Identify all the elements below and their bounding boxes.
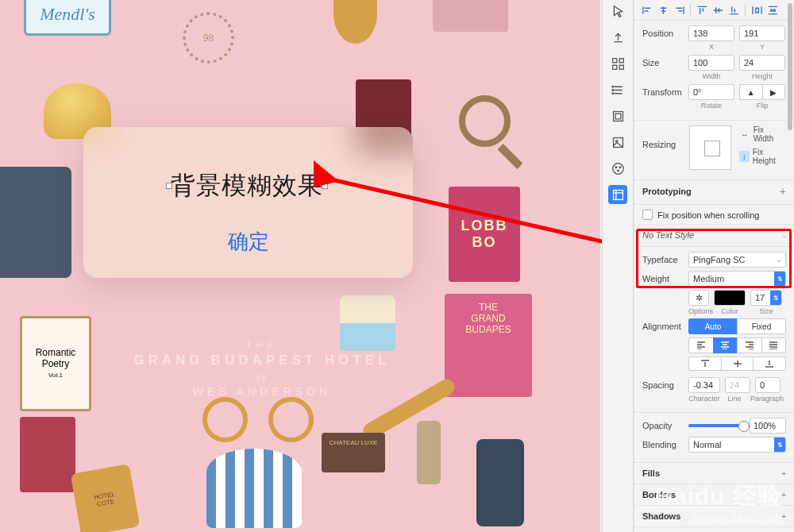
typeface-value: PingFang SC [693, 255, 745, 264]
valign-bottom-button[interactable] [753, 357, 786, 371]
shadows-section-header[interactable]: Shadows+ [634, 506, 794, 527]
dialog-title-text[interactable]: 背景模糊效果 [171, 172, 323, 199]
selection-handle-right[interactable] [322, 183, 328, 189]
character-sublabel: Character [688, 395, 720, 403]
dialog-confirm-button[interactable]: 确定 [83, 228, 413, 256]
flip-horizontal-button[interactable]: ▲ [739, 84, 762, 100]
distribute-h-icon[interactable] [750, 5, 763, 16]
borders-title: Borders [642, 490, 676, 499]
align-vcenter-icon[interactable] [711, 5, 724, 16]
stepper-icon: ⇅ [774, 272, 785, 286]
fix-position-checkbox[interactable] [642, 210, 653, 220]
grand-line3: BUDAPES [445, 324, 532, 335]
image-tab-icon[interactable] [608, 133, 627, 152]
fix-height-label[interactable]: Fix Height [753, 148, 786, 165]
chevron-down-icon: ⌵ [777, 256, 781, 264]
export-tab-icon[interactable] [608, 28, 627, 47]
fills-section-header[interactable]: Fills+ [634, 463, 794, 484]
palette-tab-icon[interactable] [608, 159, 627, 178]
height-input[interactable]: 24 [739, 55, 785, 71]
prototyping-title: Prototyping [642, 187, 692, 196]
typeface-label: Typeface [642, 255, 684, 264]
text-align-center-button[interactable] [713, 337, 738, 353]
blending-select[interactable]: Normal⇅ [688, 437, 786, 453]
line-spacing-input[interactable]: 24 [725, 377, 750, 393]
list-tab-icon[interactable] [608, 80, 627, 99]
text-style-row[interactable]: No Text Style ⌵ [634, 226, 794, 247]
arch-line4: WES ANDERSON [119, 385, 405, 398]
borders-section-header[interactable]: Borders+ [634, 484, 794, 506]
text-style-label: No Text Style [642, 230, 694, 240]
striped-awning-icon [206, 449, 302, 528]
svg-point-7 [611, 92, 613, 94]
blur-dialog[interactable]: 背景模糊效果 确定 [83, 127, 413, 278]
opacity-input[interactable]: 100% [750, 418, 786, 434]
romantic-poetry-book: Romantic Poetry Vol.1 [20, 316, 91, 411]
position-x-input[interactable]: 138 [688, 25, 734, 41]
design-canvas[interactable]: Mendl's PANACHE 98 LOBB BO THE GRAND BUD… [0, 0, 600, 532]
align-hcenter-icon[interactable] [657, 5, 669, 16]
text-color-swatch[interactable] [714, 290, 746, 306]
rotate-sublabel: Rotate [688, 102, 734, 110]
character-spacing-input[interactable]: -0.34 [688, 377, 720, 393]
align-top-icon[interactable] [696, 5, 708, 16]
resizing-constraint-box[interactable] [689, 125, 731, 170]
typeface-select[interactable]: PingFang SC⌵ [688, 252, 786, 268]
red-book-icon [20, 417, 75, 492]
flip-vertical-button[interactable]: ▶ [762, 84, 786, 100]
svg-rect-16 [613, 190, 622, 199]
svg-rect-1 [612, 58, 616, 62]
grand-budapest-book: THE GRAND BUDAPES [445, 294, 532, 397]
width-input[interactable]: 100 [688, 55, 734, 71]
typography-section: Typeface PingFang SC⌵ Weight Medium⇅ ✲ 1… [634, 247, 794, 413]
poetry-line2: Poetry [42, 359, 70, 369]
transform-label: Transform [642, 87, 684, 97]
frame-tab-icon[interactable] [608, 106, 627, 125]
fix-width-label[interactable]: Fix Width [754, 125, 786, 143]
components-tab-icon[interactable] [608, 54, 627, 73]
distribute-v-icon[interactable] [766, 5, 779, 16]
valign-top-button[interactable] [688, 357, 721, 371]
height-sublabel: Height [739, 72, 785, 80]
svg-point-5 [611, 86, 613, 87]
inner-shadows-section-header[interactable]: Inner Shadows+ [634, 527, 794, 532]
text-align-left-button[interactable] [688, 337, 713, 353]
prototyping-section-header[interactable]: Prototyping + [634, 180, 794, 205]
align-right-icon[interactable] [673, 5, 685, 16]
gear-icon: ✲ [696, 293, 703, 303]
chateau-label: CHATEAU LUXE [322, 433, 385, 472]
svg-point-6 [611, 89, 613, 91]
inspector-tab-icon[interactable] [608, 185, 627, 204]
svg-rect-4 [619, 65, 623, 69]
medal-badge: 98 [183, 12, 234, 64]
rotate-input[interactable]: 0° [688, 84, 734, 100]
fix-width-icon: ↔ [739, 129, 750, 140]
valign-middle-button[interactable] [721, 357, 754, 371]
crossed-keys-icon [210, 397, 306, 453]
alignment-fixed-button[interactable]: Fixed [737, 318, 786, 334]
text-align-right-button[interactable] [737, 337, 761, 353]
weight-select[interactable]: Medium⇅ [688, 271, 786, 287]
paragraph-sublabel: Paragraph [749, 395, 785, 403]
font-size-input[interactable]: 17⇅ [750, 290, 782, 306]
dialog-title-selection[interactable]: 背景模糊效果 [171, 169, 323, 202]
spacing-label: Spacing [642, 380, 684, 390]
x-sublabel: X [688, 43, 734, 51]
shadows-title: Shadows [642, 511, 680, 521]
svg-point-15 [617, 170, 619, 172]
position-y-input[interactable]: 191 [739, 25, 785, 41]
inspector-panel: Position 138 191 XY Size 100 24 WidthHei… [634, 0, 794, 532]
align-left-icon[interactable] [641, 5, 653, 16]
inspector-scrollbar[interactable] [786, 0, 794, 532]
text-align-justify-button[interactable] [761, 337, 787, 353]
alignment-auto-button[interactable]: Auto [688, 318, 737, 334]
font-size-value: 17 [755, 293, 765, 303]
opacity-slider[interactable] [688, 424, 745, 427]
cursor-tab-icon[interactable] [608, 2, 627, 21]
text-options-button[interactable]: ✲ [688, 290, 709, 306]
fix-height-icon: ↕ [739, 151, 750, 162]
paragraph-spacing-input[interactable]: 0 [755, 377, 781, 393]
add-prototype-icon[interactable]: + [780, 185, 786, 198]
fix-position-row: Fix position when scrolling [634, 205, 794, 226]
align-bottom-icon[interactable] [727, 5, 740, 16]
